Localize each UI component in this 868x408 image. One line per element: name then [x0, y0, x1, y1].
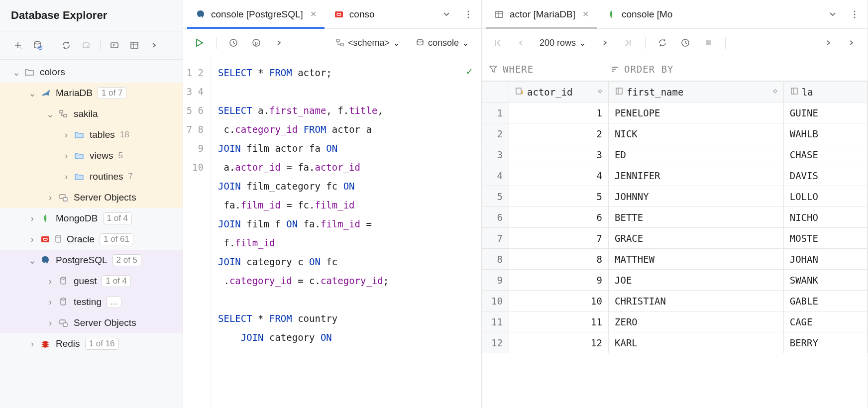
close-tab-button[interactable]: ✕	[582, 9, 589, 19]
table-row[interactable]: 55JOHNNYLOLLO	[482, 186, 868, 207]
cell-first-name[interactable]: JOE	[609, 270, 784, 291]
table-row[interactable]: 88MATTHEWJOHAN	[482, 249, 868, 270]
cell-actor-id[interactable]: 8	[509, 249, 609, 270]
cell-last-name[interactable]: LOLLO	[783, 186, 867, 207]
table-row[interactable]: 44JENNIFERDAVIS	[482, 165, 868, 186]
more-button[interactable]	[145, 36, 163, 54]
cell-last-name[interactable]: CAGE	[783, 311, 867, 332]
cell-last-name[interactable]: NICHO	[783, 207, 867, 228]
tab-console-mongodb[interactable]: console [Mo	[598, 0, 680, 29]
cell-last-name[interactable]: JOHAN	[783, 249, 867, 270]
tree-item-redis[interactable]: › Redis 1 of 16	[0, 333, 183, 354]
table-row[interactable]: 1212KARLBERRY	[482, 332, 868, 353]
editor-code[interactable]: SELECT * FROM actor; SELECT a.first_name…	[211, 57, 481, 408]
tree-item-server-objects[interactable]: › Server Objects	[0, 312, 183, 333]
cell-first-name[interactable]: CHRISTIAN	[609, 291, 784, 311]
table-row[interactable]: 1010CHRISTIANGABLE	[482, 291, 868, 311]
cell-actor-id[interactable]: 5	[509, 186, 609, 207]
cell-last-name[interactable]: WAHLB	[783, 123, 867, 144]
cell-actor-id[interactable]: 10	[509, 291, 609, 311]
tree-item-routines[interactable]: › routines 7	[0, 166, 183, 187]
next-button[interactable]	[820, 34, 838, 52]
tree-item-tables[interactable]: › tables 18	[0, 124, 183, 145]
table-row[interactable]: 99JOESWANK	[482, 270, 868, 291]
cell-first-name[interactable]: NICK	[609, 123, 784, 144]
tab-console-postgresql[interactable]: console [PostgreSQL] ✕	[187, 0, 325, 29]
cell-actor-id[interactable]: 1	[509, 102, 609, 123]
cell-actor-id[interactable]: 2	[509, 123, 609, 144]
cell-actor-id[interactable]: 7	[509, 228, 609, 249]
jump-to-console-button[interactable]	[106, 36, 123, 54]
cell-first-name[interactable]: JOHNNY	[609, 186, 784, 207]
cell-last-name[interactable]: DAVIS	[783, 165, 867, 186]
table-row[interactable]: 66BETTENICHO	[482, 207, 868, 228]
tree-item-views[interactable]: › views 5	[0, 145, 183, 166]
tree-item-sakila[interactable]: ⌄ sakila	[0, 103, 183, 124]
cell-last-name[interactable]: GABLE	[783, 291, 867, 311]
table-row[interactable]: 33EDCHASE	[482, 144, 868, 165]
cell-last-name[interactable]: SWANK	[783, 270, 867, 291]
refresh-button[interactable]	[57, 36, 75, 54]
tree-item-server-objects[interactable]: › Server Objects	[0, 187, 183, 208]
stop-button[interactable]	[77, 36, 95, 54]
console-selector[interactable]: console ⌄	[410, 37, 474, 48]
tree-item-mariadb[interactable]: ⌄ MariaDB 1 of 7	[0, 83, 183, 103]
column-header-actor-id[interactable]: actor_id◇	[509, 82, 609, 102]
more-button[interactable]	[843, 34, 861, 52]
cell-first-name[interactable]: KARL	[609, 332, 784, 353]
table-row[interactable]: 11PENELOPEGUINE	[482, 102, 868, 123]
rows-selector[interactable]: 200 rows ⌄	[535, 37, 591, 48]
history-button[interactable]	[224, 34, 242, 52]
tree-item-testing[interactable]: › testing ...	[0, 292, 183, 312]
prev-page-button[interactable]	[512, 34, 530, 52]
add-datasource-button[interactable]	[9, 36, 27, 54]
tabs-dropdown-button[interactable]	[824, 5, 842, 23]
first-page-button[interactable]	[489, 34, 507, 52]
datasource-properties-button[interactable]	[29, 36, 47, 54]
column-header-last-name[interactable]: la	[783, 82, 867, 102]
cell-actor-id[interactable]: 3	[509, 144, 609, 165]
tabs-more-button[interactable]	[459, 5, 477, 23]
orderby-filter[interactable]: ORDER BY	[603, 64, 681, 75]
run-button[interactable]	[190, 34, 208, 52]
column-header-first-name[interactable]: first_name◇	[609, 82, 784, 102]
cell-first-name[interactable]: ZERO	[609, 311, 784, 332]
reload-button[interactable]	[653, 34, 671, 52]
tree-item-guest[interactable]: › guest 1 of 4	[0, 271, 183, 292]
cell-last-name[interactable]: CHASE	[783, 144, 867, 165]
last-page-button[interactable]	[619, 34, 637, 52]
tree-item-oracle[interactable]: › Oracle 1 of 61	[0, 229, 183, 250]
table-row[interactable]: 1111ZEROCAGE	[482, 311, 868, 332]
cell-first-name[interactable]: PENELOPE	[609, 102, 784, 123]
cell-last-name[interactable]: MOSTE	[783, 228, 867, 249]
cell-actor-id[interactable]: 6	[509, 207, 609, 228]
close-tab-button[interactable]: ✕	[310, 9, 317, 19]
sql-editor[interactable]: 1 2 3 4 5 6 7 8 9 10 SELECT * FROM actor…	[183, 57, 481, 408]
cell-first-name[interactable]: GRACE	[609, 228, 784, 249]
cell-last-name[interactable]: BERRY	[783, 332, 867, 353]
cell-first-name[interactable]: JENNIFER	[609, 165, 784, 186]
cell-actor-id[interactable]: 4	[509, 165, 609, 186]
cell-first-name[interactable]: MATTHEW	[609, 249, 784, 270]
cell-last-name[interactable]: GUINE	[783, 102, 867, 123]
cell-actor-id[interactable]: 9	[509, 270, 609, 291]
cell-actor-id[interactable]: 11	[509, 311, 609, 332]
explain-plan-button[interactable]: p	[247, 34, 265, 52]
tree-item-colors[interactable]: ⌄ colors	[0, 62, 183, 83]
where-filter[interactable]: WHERE	[482, 64, 603, 75]
table-row[interactable]: 22NICKWAHLB	[482, 123, 868, 144]
cell-first-name[interactable]: ED	[609, 144, 784, 165]
tab-console-oracle[interactable]: conso	[326, 0, 383, 29]
tabs-more-button[interactable]	[846, 5, 864, 23]
schema-selector[interactable]: <schema> ⌄	[330, 37, 405, 48]
tabs-dropdown-button[interactable]	[437, 5, 455, 23]
tree-item-postgresql[interactable]: ⌄ PostgreSQL 2 of 5	[0, 250, 183, 271]
next-button[interactable]	[270, 34, 288, 52]
tab-actor-mariadb[interactable]: actor [MariaDB] ✕	[486, 0, 597, 29]
table-view-button[interactable]	[125, 36, 143, 54]
table-row[interactable]: 77GRACEMOSTE	[482, 228, 868, 249]
cell-first-name[interactable]: BETTE	[609, 207, 784, 228]
cell-actor-id[interactable]: 12	[509, 332, 609, 353]
stop-button[interactable]	[699, 34, 717, 52]
history-button[interactable]	[676, 34, 694, 52]
